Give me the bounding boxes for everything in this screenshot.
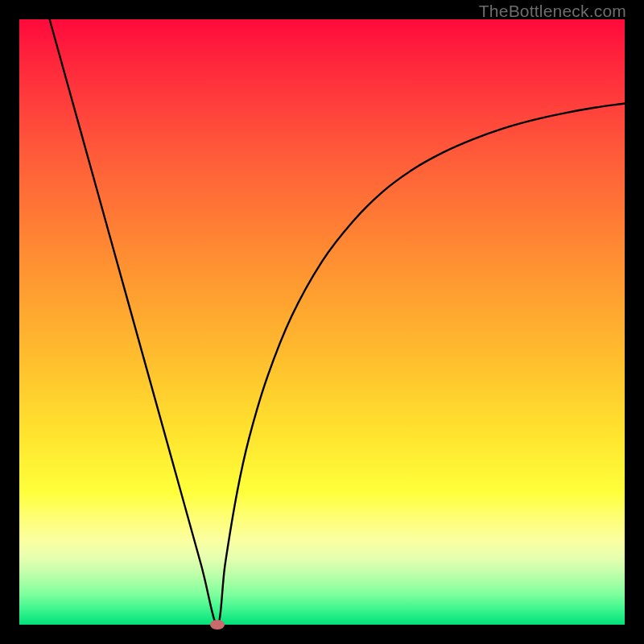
chart-frame: TheBottleneck.com xyxy=(0,0,644,644)
plot-area xyxy=(19,19,625,625)
bottleneck-curve xyxy=(50,19,625,625)
watermark-text: TheBottleneck.com xyxy=(479,2,626,21)
curve-svg xyxy=(19,19,625,625)
optimum-marker xyxy=(210,620,225,630)
